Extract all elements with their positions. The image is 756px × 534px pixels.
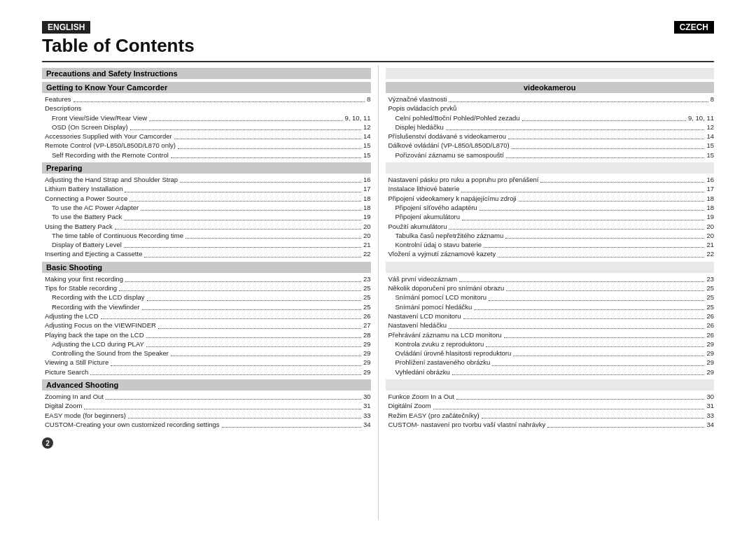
- toc-line: Adjusting Focus on the VIEWFINDER27: [42, 321, 371, 330]
- toc-item-text: Zooming In and Out: [45, 392, 104, 401]
- toc-item-text: Lithium Battery Installation: [45, 184, 122, 193]
- toc-dots: [456, 392, 704, 400]
- toc-line: The time table of Continuous Recording t…: [42, 231, 371, 240]
- toc-line: To use the Battery Pack19: [42, 212, 371, 221]
- toc-item-text: Kontrola zvuku z reproduktoru: [396, 339, 484, 349]
- toc-page-number: 15: [706, 150, 714, 160]
- toc-page-number: 29: [363, 339, 371, 349]
- toc-section: Advanced ShootingZooming In and Out30Dig…: [42, 379, 371, 429]
- toc-page-number: 25: [363, 302, 371, 311]
- toc-item-text: Celní pohled/Boční Pohled/Pohled zezadu: [396, 113, 520, 122]
- toc-item-text: Front View/Side View/Rear View: [52, 113, 147, 122]
- toc-line: Inserting and Ejecting a Cassette22: [42, 249, 371, 258]
- page-title: Table of Contents: [42, 35, 714, 57]
- toc-item-text: The time table of Continuous Recording t…: [52, 231, 183, 240]
- toc-section: Basic ShootingMaking your first recordin…: [42, 262, 371, 377]
- toc-page-number: 20: [363, 222, 371, 231]
- toc-dots: [479, 203, 705, 211]
- toc-line: Tips for Stable recording25: [42, 283, 371, 293]
- toc-page-number: 20: [363, 231, 371, 240]
- toc-item-text: Použití akumulátoru: [388, 222, 447, 231]
- toc-item-text: Pořizování záznamu se samospouští: [396, 150, 504, 160]
- toc-item-text: Připojení síťového adaptéru: [396, 203, 477, 212]
- toc-item-text: Význačné vlastnosti: [388, 94, 447, 104]
- toc-line: Celní pohled/Boční Pohled/Pohled zezadu9…: [386, 113, 715, 122]
- toc-item-text: Nastavení LCD monitoru: [388, 311, 461, 321]
- english-badge: ENGLISH: [42, 21, 90, 34]
- toc-item-text: Kontrolní údaj o stavu baterie: [396, 240, 482, 249]
- toc-item-text: Self Recording with the Remote Control: [52, 150, 169, 160]
- toc-page-number: 16: [363, 175, 371, 184]
- toc-dots: [222, 420, 361, 428]
- toc-item-text: To use the AC Power Adapter: [52, 203, 139, 212]
- toc-page-number: 33: [363, 411, 371, 420]
- toc-dots: [482, 411, 705, 419]
- section-header: Advanced Shooting: [42, 379, 371, 391]
- toc-item-text: Display of Battery Level: [52, 240, 122, 249]
- czech-badge: CZECH: [674, 21, 714, 34]
- toc-item-text: Descriptions: [45, 104, 81, 113]
- toc-item-text: Recording with the LCD display: [52, 293, 145, 302]
- toc-line: Nastavení LCD monitoru26: [386, 311, 715, 321]
- toc-dots: [130, 194, 361, 202]
- section-header-spacer: [386, 68, 715, 79]
- toc-page-number: 12: [363, 122, 371, 132]
- toc-item-text: Připojení videokamery k napájejícímu zdr…: [388, 194, 517, 203]
- toc-line: Snímání pomocí LCD monitoru25: [386, 293, 715, 302]
- toc-item-text: Nastavení hledáčku: [388, 321, 447, 330]
- toc-line: Dálkové ovládání (VP-L850/L850D/L870)15: [386, 141, 715, 150]
- toc-dots: [119, 283, 361, 291]
- toc-page-number: 29: [363, 349, 371, 358]
- toc-page-number: 29: [706, 349, 714, 358]
- toc-dots: [180, 175, 361, 183]
- toc-page-number: 15: [363, 150, 371, 160]
- toc-dots: [130, 122, 361, 130]
- toc-dots: [452, 367, 705, 375]
- section-header-spacer: [386, 262, 715, 273]
- section-header: Basic Shooting: [42, 262, 371, 273]
- toc-dots: [540, 175, 704, 183]
- toc-dots: [492, 358, 704, 365]
- section-header: Preparing: [42, 162, 371, 174]
- toc-dots: [106, 392, 361, 400]
- toc-dots: [171, 349, 361, 356]
- toc-line: Adjusting the Hand Strap and Shoulder St…: [42, 175, 371, 184]
- toc-line: Features8: [42, 94, 371, 104]
- toc-line: Connecting a Power Source18: [42, 194, 371, 203]
- toc-page-number: 14: [363, 132, 371, 141]
- toc-dots: [115, 222, 361, 230]
- toc-line: Picture Search29: [42, 367, 371, 377]
- toc-line: Příslušenství dodávané s videokamerou14: [386, 132, 715, 141]
- toc-item-text: Instalace lithiové baterie: [388, 184, 460, 193]
- toc-line: Front View/Side View/Rear View9, 10, 11: [42, 113, 371, 122]
- toc-line: Adjusting the LCD26: [42, 311, 371, 321]
- toc-dots: [128, 411, 361, 419]
- toc-page-number: 22: [706, 249, 714, 258]
- toc-page-number: 27: [363, 321, 371, 330]
- toc-item-text: CUSTOM-Creating your own customized reco…: [45, 420, 220, 429]
- toc-item-text: Displej hledáčku: [396, 122, 444, 132]
- toc-dots: [498, 249, 704, 257]
- toc-line: Zooming In and Out30: [42, 392, 371, 401]
- toc-page-number: 28: [363, 330, 371, 339]
- toc-line: To use the AC Power Adapter18: [42, 203, 371, 212]
- toc-page-number: 25: [706, 283, 714, 293]
- toc-dots: [461, 184, 704, 192]
- toc-item-text: Snímání pomocí hledáčku: [396, 302, 472, 311]
- toc-page-number: 34: [363, 420, 371, 429]
- toc-dots: [506, 150, 705, 158]
- toc-page-number: 25: [706, 302, 714, 311]
- toc-page-number: 16: [706, 175, 714, 184]
- toc-dots: [484, 240, 704, 248]
- toc-item-text: Ovládání úrovně hlasitosti reproduktoru: [396, 349, 512, 358]
- toc-line: Accessories Supplied with Your Camcorder…: [42, 132, 371, 141]
- toc-line: Playing back the tape on the LCD28: [42, 330, 371, 339]
- toc-dots: [489, 293, 705, 300]
- toc-line: Recording with the Viewfinder25: [42, 302, 371, 311]
- toc-line: Prohlížení zastaveného obrázku29: [386, 358, 715, 367]
- toc-line: Význačné vlastnosti8: [386, 94, 715, 104]
- toc-dots: [186, 231, 361, 239]
- toc-line: Váš první videozáznam23: [386, 274, 715, 283]
- toc-section: [386, 68, 715, 79]
- toc-dots: [433, 401, 705, 409]
